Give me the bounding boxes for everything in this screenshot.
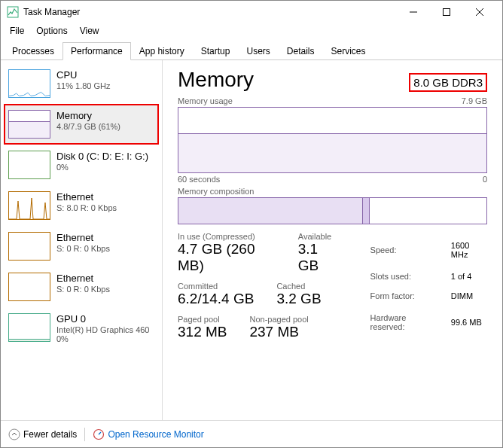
form-label: Form factor: xyxy=(370,287,450,304)
paged-value: 312 MB xyxy=(178,324,227,340)
divider xyxy=(84,428,85,441)
tab-users[interactable]: Users xyxy=(238,42,278,60)
committed-value: 6.2/14.4 GB xyxy=(178,291,254,307)
sidebar-item-ethernet-1[interactable]: EthernetS: 0 R: 0 Kbps xyxy=(4,226,159,267)
sidebar-item-cpu[interactable]: CPU11% 1.80 GHz xyxy=(4,63,159,104)
fewer-details-button[interactable]: Fewer details xyxy=(8,428,77,440)
time-axis-right: 0 xyxy=(483,175,487,184)
ethernet-thumbnail xyxy=(8,273,50,301)
sidebar-item-sublabel: Intel(R) HD Graphics 460 0% xyxy=(56,325,150,343)
sidebar-item-label: Ethernet xyxy=(56,232,110,243)
committed-label: Committed xyxy=(178,282,254,291)
svg-rect-2 xyxy=(444,9,450,16)
titlebar: Task Manager xyxy=(1,1,502,23)
sidebar-item-ethernet-2[interactable]: EthernetS: 0 R: 0 Kbps xyxy=(4,267,159,307)
tab-startup[interactable]: Startup xyxy=(193,42,239,60)
main-panel: Memory 8.0 GB DDR3 Memory usage7.9 GB 60… xyxy=(163,60,502,420)
sidebar-item-sublabel: S: 8.0 R: 0 Kbps xyxy=(56,203,117,212)
speed-label: Speed: xyxy=(370,233,450,267)
in-use-label: In use (Compressed) xyxy=(178,232,276,241)
memory-spec-table: Speed:1600 MHz Slots used:1 of 4 Form fa… xyxy=(369,232,487,340)
tab-processes[interactable]: Processes xyxy=(4,42,62,60)
page-title: Memory xyxy=(178,68,254,92)
gpu-thumbnail xyxy=(8,313,50,342)
nonpaged-value: 237 MB xyxy=(249,324,308,340)
available-value: 3.1 GB xyxy=(298,241,339,274)
sidebar-item-sublabel: S: 0 R: 0 Kbps xyxy=(56,285,110,294)
minimize-button[interactable] xyxy=(397,1,430,23)
cached-label: Cached xyxy=(276,282,321,291)
sidebar-item-label: Memory xyxy=(56,110,120,121)
sidebar-item-memory[interactable]: Memory4.8/7.9 GB (61%) xyxy=(4,104,159,145)
open-resource-monitor-label: Open Resource Monitor xyxy=(108,429,203,440)
cpu-thumbnail xyxy=(8,69,50,98)
paged-label: Paged pool xyxy=(178,315,227,324)
tabs: Processes Performance App history Startu… xyxy=(1,38,502,60)
time-axis-left: 60 seconds xyxy=(178,175,220,184)
form-value: DIMM xyxy=(451,287,486,304)
menu-view[interactable]: View xyxy=(74,24,105,38)
menu-options[interactable]: Options xyxy=(30,24,73,38)
slots-value: 1 of 4 xyxy=(451,268,486,285)
sidebar-item-sublabel: 0% xyxy=(56,163,148,172)
sidebar-item-gpu0[interactable]: GPU 0Intel(R) HD Graphics 460 0% xyxy=(4,307,159,349)
chevron-up-icon xyxy=(8,428,20,440)
cached-value: 3.2 GB xyxy=(276,291,321,307)
tab-details[interactable]: Details xyxy=(279,42,323,60)
tab-app-history[interactable]: App history xyxy=(131,42,193,60)
memory-usage-chart[interactable] xyxy=(178,107,487,173)
memory-composition-chart[interactable] xyxy=(178,197,487,224)
tab-performance[interactable]: Performance xyxy=(62,42,131,60)
composition-standby xyxy=(370,198,486,224)
sidebar: CPU11% 1.80 GHz Memory4.8/7.9 GB (61%) D… xyxy=(1,60,163,420)
menu-file[interactable]: File xyxy=(4,24,30,38)
available-label: Available xyxy=(298,232,339,241)
sidebar-item-label: Disk 0 (C: D: E: I: G:) xyxy=(56,151,148,162)
sidebar-item-sublabel: 11% 1.80 GHz xyxy=(56,81,111,90)
content: CPU11% 1.80 GHz Memory4.8/7.9 GB (61%) D… xyxy=(1,60,502,420)
hw-reserved-value: 99.6 MB xyxy=(451,306,486,339)
sidebar-item-disk0[interactable]: Disk 0 (C: D: E: I: G:)0% xyxy=(4,145,159,185)
footer: Fewer details Open Resource Monitor xyxy=(1,420,502,447)
sidebar-item-ethernet-0[interactable]: EthernetS: 8.0 R: 0 Kbps xyxy=(4,185,159,226)
disk-thumbnail xyxy=(8,151,50,179)
hw-reserved-label: Hardware reserved: xyxy=(370,306,450,339)
composition-label: Memory composition xyxy=(178,187,254,196)
usage-fill xyxy=(178,133,486,172)
close-button[interactable] xyxy=(463,1,496,23)
ethernet-thumbnail xyxy=(8,232,50,261)
composition-modified xyxy=(363,198,369,224)
fewer-details-label: Fewer details xyxy=(23,429,77,440)
nonpaged-label: Non-paged pool xyxy=(249,315,308,324)
menubar: File Options View xyxy=(1,23,502,38)
slots-label: Slots used: xyxy=(370,268,450,285)
task-manager-icon xyxy=(7,6,19,18)
composition-in-use xyxy=(178,198,363,224)
svg-line-7 xyxy=(99,432,101,434)
sidebar-item-label: GPU 0 xyxy=(56,313,150,325)
resource-monitor-icon xyxy=(93,428,105,440)
maximize-button[interactable] xyxy=(430,1,463,23)
tab-services[interactable]: Services xyxy=(323,42,374,60)
sidebar-item-label: Ethernet xyxy=(56,273,110,284)
ethernet-thumbnail xyxy=(8,191,50,220)
sidebar-item-label: Ethernet xyxy=(56,191,117,203)
in-use-value: 4.7 GB (260 MB) xyxy=(178,241,276,274)
sidebar-item-sublabel: S: 0 R: 0 Kbps xyxy=(56,244,110,253)
memory-spec: 8.0 GB DDR3 xyxy=(409,73,487,92)
window-title: Task Manager xyxy=(23,7,397,17)
svg-point-5 xyxy=(9,429,20,440)
sidebar-item-sublabel: 4.8/7.9 GB (61%) xyxy=(56,122,120,131)
usage-chart-label: Memory usage xyxy=(178,96,233,105)
memory-thumbnail xyxy=(8,110,50,139)
usage-chart-max: 7.9 GB xyxy=(462,96,487,105)
sidebar-item-label: CPU xyxy=(56,69,111,81)
open-resource-monitor-link[interactable]: Open Resource Monitor xyxy=(93,428,203,440)
speed-value: 1600 MHz xyxy=(451,233,486,267)
